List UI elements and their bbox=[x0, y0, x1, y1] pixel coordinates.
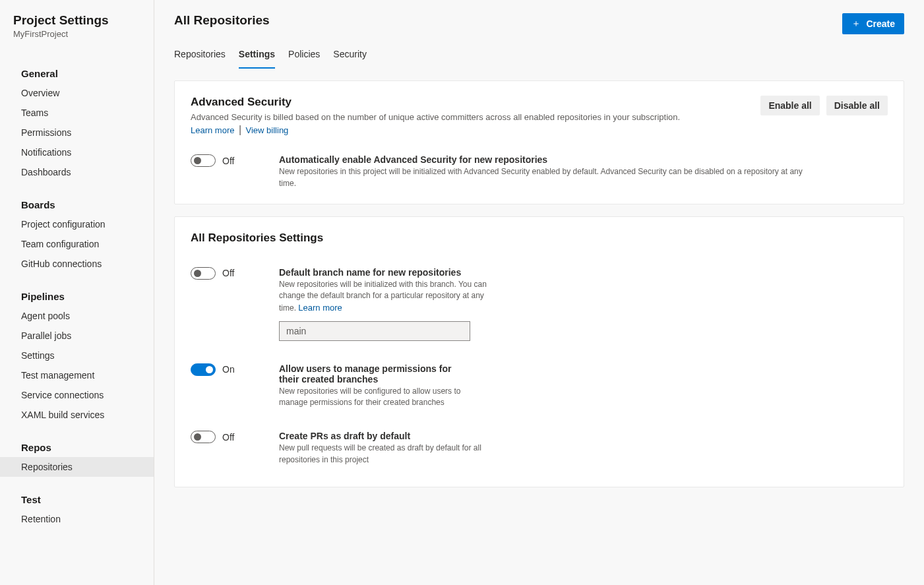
nav-item-pipeline-settings[interactable]: Settings bbox=[0, 346, 154, 365]
toggle-wrap: Off bbox=[191, 154, 237, 167]
nav-item-teams[interactable]: Teams bbox=[0, 103, 154, 123]
auto-enable-toggle[interactable] bbox=[191, 154, 216, 167]
setting-desc: New repositories in this project will be… bbox=[279, 166, 820, 189]
setting-title: Allow users to manage permissions for th… bbox=[279, 363, 470, 385]
nav-section-title: Test bbox=[0, 490, 154, 509]
advanced-security-title: Advanced Security bbox=[191, 96, 680, 109]
tab-repositories[interactable]: Repositories bbox=[174, 44, 226, 69]
view-billing-link[interactable]: View billing bbox=[246, 125, 289, 135]
nav-item-test-management[interactable]: Test management bbox=[0, 365, 154, 385]
auto-enable-advsec-row: Off Automatically enable Advanced Securi… bbox=[191, 154, 888, 189]
repo-settings-title: All Repositories Settings bbox=[191, 231, 888, 245]
nav-item-overview[interactable]: Overview bbox=[0, 83, 154, 103]
page-title: All Repositories bbox=[174, 13, 270, 28]
separator: | bbox=[239, 124, 241, 135]
nav-item-service-connections[interactable]: Service connections bbox=[0, 385, 154, 405]
nav-item-retention[interactable]: Retention bbox=[0, 509, 154, 529]
advanced-security-card: Advanced Security Advanced Security is b… bbox=[174, 80, 904, 204]
nav-item-team-configuration[interactable]: Team configuration bbox=[0, 234, 154, 254]
nav-section-title: Pipelines bbox=[0, 287, 154, 306]
nav-section-title: Boards bbox=[0, 195, 154, 214]
nav-section-boards: Boards Project configuration Team config… bbox=[0, 195, 154, 274]
nav-item-dashboards[interactable]: Dashboards bbox=[0, 162, 154, 182]
sidebar: Project Settings MyFirstProject General … bbox=[0, 0, 154, 585]
draft-pr-row: Off Create PRs as draft by default New p… bbox=[191, 431, 888, 466]
draft-pr-toggle[interactable] bbox=[191, 431, 216, 443]
main-content: All Repositories ＋ Create Repositories S… bbox=[154, 0, 924, 585]
all-repo-settings-card: All Repositories Settings Off Default br… bbox=[174, 216, 904, 487]
toggle-state-label: Off bbox=[222, 268, 234, 278]
disable-all-button[interactable]: Disable all bbox=[826, 96, 888, 115]
tab-settings[interactable]: Settings bbox=[239, 44, 275, 69]
nav-item-repositories[interactable]: Repositories bbox=[0, 457, 154, 477]
default-branch-input[interactable] bbox=[279, 321, 470, 341]
default-branch-toggle[interactable] bbox=[191, 267, 216, 280]
nav-section-title: Repos bbox=[0, 438, 154, 457]
nav-item-agent-pools[interactable]: Agent pools bbox=[0, 306, 154, 326]
sidebar-title: Project Settings bbox=[13, 13, 140, 28]
branch-learn-more-link[interactable]: Learn more bbox=[298, 303, 342, 313]
manage-perms-row: On Allow users to manage permissions for… bbox=[191, 363, 888, 409]
tab-security[interactable]: Security bbox=[333, 44, 367, 69]
setting-desc: New pull requests will be created as dra… bbox=[279, 443, 490, 466]
nav-section-title: General bbox=[0, 64, 154, 83]
toggle-wrap: Off bbox=[191, 431, 237, 443]
advanced-security-desc: Advanced Security is billed based on the… bbox=[191, 111, 680, 123]
toggle-state-label: On bbox=[222, 364, 235, 375]
tab-policies[interactable]: Policies bbox=[288, 44, 320, 69]
nav-item-xaml-build[interactable]: XAML build services bbox=[0, 405, 154, 425]
manage-perms-toggle[interactable] bbox=[191, 363, 216, 376]
toggle-wrap: Off bbox=[191, 267, 237, 280]
nav-item-permissions[interactable]: Permissions bbox=[0, 123, 154, 142]
learn-more-link[interactable]: Learn more bbox=[191, 125, 234, 135]
toggle-state-label: Off bbox=[222, 156, 234, 166]
nav-item-parallel-jobs[interactable]: Parallel jobs bbox=[0, 326, 154, 346]
toggle-wrap: On bbox=[191, 363, 237, 376]
setting-title: Automatically enable Advanced Security f… bbox=[279, 154, 888, 165]
sidebar-project-name: MyFirstProject bbox=[13, 29, 140, 39]
toggle-state-label: Off bbox=[222, 432, 234, 443]
nav-section-general: General Overview Teams Permissions Notif… bbox=[0, 64, 154, 182]
page-header: All Repositories ＋ Create bbox=[174, 13, 904, 34]
tabs: Repositories Settings Policies Security bbox=[174, 44, 904, 69]
setting-desc: New repositories will be configured to a… bbox=[279, 386, 490, 409]
setting-desc: New repositories will be initialized wit… bbox=[279, 279, 490, 315]
enable-disable-buttons: Enable all Disable all bbox=[760, 96, 888, 115]
create-button[interactable]: ＋ Create bbox=[842, 13, 904, 34]
enable-all-button[interactable]: Enable all bbox=[760, 96, 819, 115]
nav-item-github-connections[interactable]: GitHub connections bbox=[0, 254, 154, 274]
nav-section-repos: Repos Repositories bbox=[0, 438, 154, 477]
setting-title: Create PRs as draft by default bbox=[279, 431, 888, 441]
nav-section-test: Test Retention bbox=[0, 490, 154, 529]
nav-item-notifications[interactable]: Notifications bbox=[0, 142, 154, 162]
create-button-label: Create bbox=[866, 18, 895, 29]
sidebar-header: Project Settings MyFirstProject bbox=[0, 13, 154, 51]
plus-icon: ＋ bbox=[851, 18, 861, 30]
nav-item-project-configuration[interactable]: Project configuration bbox=[0, 214, 154, 234]
card-header: Advanced Security Advanced Security is b… bbox=[191, 96, 888, 136]
default-branch-row: Off Default branch name for new reposito… bbox=[191, 267, 888, 341]
setting-title: Default branch name for new repositories bbox=[279, 267, 888, 278]
nav-section-pipelines: Pipelines Agent pools Parallel jobs Sett… bbox=[0, 287, 154, 425]
